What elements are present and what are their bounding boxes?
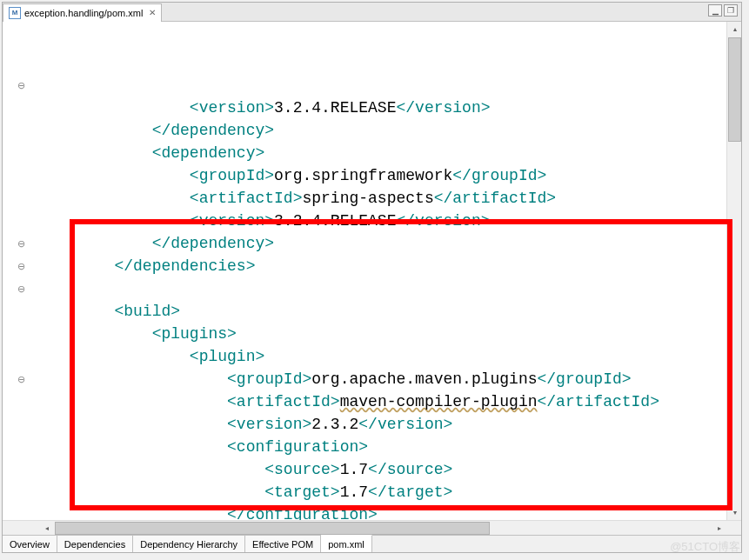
code-line[interactable]: <plugin> [39, 345, 726, 368]
hscroll-spacer [3, 521, 39, 535]
fold-marker[interactable]: ⊖ [3, 368, 39, 390]
scroll-down-arrow-icon[interactable]: ▾ [728, 506, 741, 519]
window-controls: ▁ ❐ [708, 4, 738, 17]
bottom-tabs: OverviewDependenciesDependency Hierarchy… [3, 535, 741, 552]
editor-tab-bar: M exception.handling/pom.xml ✕ ▁ ❐ [3, 3, 741, 22]
fold-marker[interactable] [3, 29, 39, 51]
code-line[interactable]: <plugins> [39, 323, 726, 345]
fold-marker[interactable] [3, 345, 39, 368]
code-line[interactable]: <groupId>org.springframework</groupId> [39, 164, 726, 187]
fold-marker[interactable] [3, 142, 39, 164]
scroll-left-arrow-icon[interactable]: ◂ [40, 522, 53, 535]
code-line[interactable]: </dependency> [39, 232, 726, 255]
bottom-tab-effective-pom[interactable]: Effective POM [245, 536, 321, 552]
code-line[interactable]: <version>3.2.4.RELEASE</version> [39, 210, 726, 232]
file-tab[interactable]: M exception.handling/pom.xml ✕ [3, 3, 162, 22]
code-line[interactable]: <configuration> [39, 436, 726, 458]
fold-marker[interactable] [3, 503, 39, 520]
fold-marker[interactable] [3, 458, 39, 481]
code-line[interactable]: <version>3.2.4.RELEASE</version> [39, 97, 726, 119]
code-line[interactable]: </dependency> [39, 119, 726, 142]
horizontal-scroll-thumb[interactable] [55, 522, 490, 535]
horizontal-scroll-row: ◂ ▸ [3, 520, 741, 535]
editor-window: M exception.handling/pom.xml ✕ ▁ ❐ ⊖⊖⊖⊖⊖… [2, 2, 742, 553]
code-line[interactable]: <source>1.7</source> [39, 458, 726, 481]
code-area: ⊖⊖⊖⊖⊖ <version>3.2.4.RELEASE</version> <… [3, 22, 741, 520]
scroll-right-arrow-icon[interactable]: ▸ [712, 522, 726, 535]
bottom-tab-dependency-hierarchy[interactable]: Dependency Hierarchy [133, 536, 245, 552]
maven-file-icon: M [9, 7, 21, 19]
maximize-button[interactable]: ❐ [724, 4, 738, 17]
code-line[interactable]: </dependencies> [39, 255, 726, 277]
fold-marker[interactable] [3, 119, 39, 142]
bottom-tab-dependencies[interactable]: Dependencies [57, 536, 133, 552]
code-line[interactable]: <artifactId>spring-aspects</artifactId> [39, 187, 726, 210]
scroll-up-arrow-icon[interactable]: ▴ [728, 23, 741, 36]
vertical-scrollbar[interactable]: ▴ ▾ [726, 22, 741, 520]
horizontal-scrollbar[interactable]: ◂ ▸ [39, 521, 726, 535]
code-line[interactable]: <build> [39, 300, 726, 323]
fold-marker[interactable] [3, 390, 39, 413]
fold-marker[interactable] [3, 300, 39, 323]
fold-marker[interactable] [3, 97, 39, 119]
scroll-corner [726, 521, 741, 535]
watermark: @51CTO博客 [670, 539, 740, 555]
fold-marker[interactable]: ⊖ [3, 232, 39, 255]
fold-marker[interactable] [3, 51, 39, 74]
code-line[interactable]: <groupId>org.apache.maven.plugins</group… [39, 368, 726, 390]
code-line[interactable]: <target>1.7</target> [39, 481, 726, 503]
bottom-tab-overview[interactable]: Overview [3, 536, 57, 552]
code-line[interactable]: <version>2.3.2</version> [39, 413, 726, 436]
code-line[interactable]: <dependency> [39, 142, 726, 164]
fold-marker[interactable]: ⊖ [3, 255, 39, 277]
tab-label: exception.handling/pom.xml [24, 8, 143, 18]
fold-marker[interactable] [3, 187, 39, 210]
code-content[interactable]: <version>3.2.4.RELEASE</version> </depen… [39, 22, 726, 520]
fold-marker[interactable] [3, 164, 39, 187]
close-icon[interactable]: ✕ [149, 8, 156, 17]
fold-marker[interactable] [3, 323, 39, 345]
vertical-scroll-thumb[interactable] [728, 37, 741, 142]
gutter[interactable]: ⊖⊖⊖⊖⊖ [3, 22, 39, 520]
code-line[interactable]: <artifactId>maven-compiler-plugin</artif… [39, 390, 726, 413]
fold-marker[interactable] [3, 413, 39, 436]
fold-marker[interactable] [3, 436, 39, 458]
code-line[interactable]: </configuration> [39, 503, 726, 520]
fold-marker[interactable] [3, 210, 39, 232]
code-line[interactable] [39, 277, 726, 300]
fold-marker[interactable] [3, 481, 39, 503]
fold-marker[interactable]: ⊖ [3, 74, 39, 97]
fold-marker[interactable]: ⊖ [3, 277, 39, 300]
minimize-button[interactable]: ▁ [708, 4, 722, 17]
bottom-tab-pom.xml[interactable]: pom.xml [321, 535, 372, 552]
